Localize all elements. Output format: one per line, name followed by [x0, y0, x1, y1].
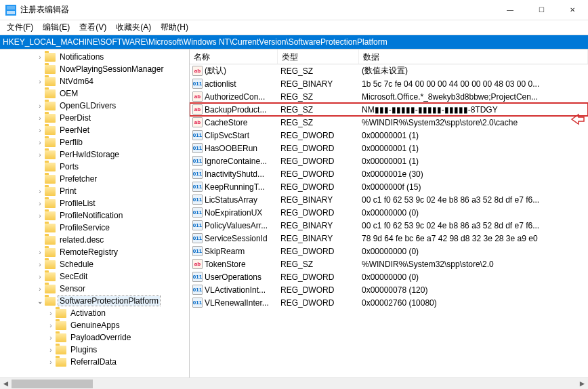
value-name: ServiceSessionId	[205, 234, 268, 243]
scroll-track[interactable]	[12, 378, 576, 389]
chevron-right-icon[interactable]: ›	[35, 102, 45, 110]
tree-item[interactable]: ›Notifications	[0, 51, 189, 63]
value-type: REG_SZ	[278, 104, 359, 115]
chevron-right-icon[interactable]: ›	[46, 322, 56, 329]
tree-item[interactable]: ›Activation	[0, 307, 189, 319]
close-button[interactable]: ✕	[557, 0, 588, 20]
menu-edit[interactable]: 编辑(E)	[39, 20, 74, 35]
binary-value-icon: 011	[192, 130, 203, 140]
tree-item[interactable]: ›ProfileNotification	[0, 209, 189, 222]
folder-icon	[45, 236, 56, 245]
tree-item[interactable]: ⌄SoftwareProtectionPlatform	[0, 295, 189, 307]
chevron-right-icon[interactable]: ›	[35, 78, 45, 85]
maximize-button[interactable]: ☐	[526, 0, 557, 20]
value-data: 0x00002760 (10080)	[359, 298, 588, 308]
col-header-data[interactable]: 数据	[359, 49, 588, 64]
tree-item[interactable]: ›Plugins	[0, 344, 189, 356]
tree-item[interactable]: ›Perflib	[0, 136, 189, 148]
tree-item[interactable]: ›ProfileList	[0, 197, 189, 209]
tree-item[interactable]: ›NtVdm64	[0, 75, 189, 87]
tree-item[interactable]: ›PeerDist	[0, 112, 189, 124]
value-name: PolicyValuesArr...	[205, 221, 268, 230]
minimize-button[interactable]: —	[495, 0, 526, 20]
tree-pane[interactable]: ›NotificationsNowPlayingSessionManager›N…	[0, 49, 190, 377]
menu-file[interactable]: 文件(F)	[3, 20, 37, 35]
value-data: 00 c1 f0 62 53 9c 02 4e b8 86 a3 52 8d d…	[359, 194, 588, 205]
list-row[interactable]: 011InactivityShutd...REG_DWORD0x0000001e…	[190, 167, 588, 180]
tree-item[interactable]: ›ReferralData	[0, 356, 189, 368]
list-pane[interactable]: 名称 类型 数据 ab(默认)REG_SZ(数值未设置)011actionlis…	[190, 49, 588, 377]
tree-item[interactable]: ›PerHwIdStorage	[0, 148, 189, 161]
tree-item[interactable]: ›SecEdit	[0, 270, 189, 283]
chevron-right-icon[interactable]: ›	[35, 285, 45, 293]
tree-item[interactable]: NowPlayingSessionManager	[0, 63, 189, 75]
list-row[interactable]: abCacheStoreREG_SZ%WINDIR%\System32\spp\…	[190, 116, 588, 129]
value-name: (默认)	[205, 65, 226, 77]
tree-item[interactable]: related.desc	[0, 234, 189, 246]
chevron-right-icon[interactable]: ›	[35, 188, 45, 195]
list-row[interactable]: abAuthorizedCon...REG_SZMicrosoft.Office…	[190, 90, 588, 103]
scroll-thumb[interactable]	[12, 380, 93, 388]
chevron-right-icon[interactable]: ›	[35, 151, 45, 159]
window-controls: — ☐ ✕	[495, 0, 588, 20]
scroll-right-button[interactable]: ►	[576, 378, 588, 389]
value-data: 0x00000000 (0)	[359, 246, 588, 257]
list-row[interactable]: 011LicStatusArrayREG_BINARY00 c1 f0 62 5…	[190, 193, 588, 206]
list-row[interactable]: 011UserOperationsREG_DWORD0x00000000 (0)	[190, 270, 588, 283]
chevron-right-icon[interactable]: ›	[35, 200, 45, 207]
menu-favorites[interactable]: 收藏夹(A)	[112, 20, 155, 35]
tree-item[interactable]: ›RemoteRegistry	[0, 246, 189, 258]
chevron-right-icon[interactable]: ›	[46, 346, 56, 354]
list-row[interactable]: abTokenStoreREG_SZ%WINDIR%\System32\spp\…	[190, 258, 588, 270]
chevron-right-icon[interactable]: ›	[46, 310, 56, 317]
chevron-right-icon[interactable]: ›	[35, 273, 45, 281]
chevron-right-icon[interactable]: ›	[35, 212, 45, 220]
list-row[interactable]: abBackupProduct...REG_SZNM▮▮▮-▮▮▮▮▮-▮▮▮▮…	[190, 103, 588, 116]
list-row[interactable]: 011VLRenewalInter...REG_DWORD0x00002760 …	[190, 296, 588, 309]
chevron-right-icon[interactable]: ›	[35, 261, 45, 268]
list-row[interactable]: 011KeepRunningT...REG_DWORD0x0000000f (1…	[190, 180, 588, 193]
folder-icon	[45, 163, 56, 171]
menu-help[interactable]: 帮助(H)	[156, 20, 192, 35]
list-row[interactable]: ab(默认)REG_SZ(数值未设置)	[190, 64, 588, 77]
tree-item[interactable]: ›PayloadOverride	[0, 331, 189, 344]
horizontal-scrollbar[interactable]: ◄ ►	[0, 377, 588, 389]
chevron-right-icon[interactable]: ›	[35, 139, 45, 146]
binary-value-icon: 011	[192, 182, 203, 192]
address-bar[interactable]: HKEY_LOCAL_MACHINE\SOFTWARE\Microsoft\Wi…	[0, 35, 588, 49]
col-header-type[interactable]: 类型	[278, 49, 359, 64]
tree-item[interactable]: ProfileService	[0, 222, 189, 234]
tree-item[interactable]: ›Schedule	[0, 258, 189, 270]
chevron-down-icon[interactable]: ⌄	[35, 298, 45, 305]
col-header-name[interactable]: 名称	[190, 49, 278, 64]
list-row[interactable]: 011IgnoreContaine...REG_DWORD0x00000001 …	[190, 155, 588, 167]
tree-item-label: PerHwIdStorage	[58, 150, 121, 159]
string-value-icon: ab	[192, 117, 203, 127]
list-row[interactable]: 011NoExpirationUXREG_DWORD0x00000000 (0)	[190, 206, 588, 219]
tree-item[interactable]: Prefetcher	[0, 173, 189, 185]
chevron-right-icon[interactable]: ›	[35, 54, 45, 61]
chevron-right-icon[interactable]: ›	[35, 115, 45, 122]
tree-item[interactable]: ›OpenGLDrivers	[0, 100, 189, 112]
tree-item[interactable]: ›Sensor	[0, 283, 189, 295]
tree-item[interactable]: ›Print	[0, 185, 189, 197]
tree-item[interactable]: Ports	[0, 161, 189, 173]
menu-view[interactable]: 查看(V)	[75, 20, 110, 35]
list-row[interactable]: 011actionlistREG_BINARY1b 5c 7c fe 04 00…	[190, 77, 588, 90]
chevron-right-icon[interactable]: ›	[46, 359, 56, 366]
tree-item[interactable]: ›PeerNet	[0, 124, 189, 136]
tree-item[interactable]: OEM	[0, 87, 189, 100]
value-type: REG_DWORD	[278, 272, 359, 283]
list-row[interactable]: 011PolicyValuesArr...REG_BINARY00 c1 f0 …	[190, 219, 588, 232]
scroll-left-button[interactable]: ◄	[0, 378, 12, 389]
list-row[interactable]: 011SkipRearmREG_DWORD0x00000000 (0)	[190, 245, 588, 258]
list-row[interactable]: 011ServiceSessionIdREG_BINARY78 9d 64 fe…	[190, 232, 588, 245]
tree-item[interactable]: ›GenuineApps	[0, 319, 189, 331]
chevron-right-icon[interactable]: ›	[35, 127, 45, 134]
value-type: REG_DWORD	[278, 169, 359, 180]
list-row[interactable]: 011VLActivationInt...REG_DWORD0x00000078…	[190, 283, 588, 296]
list-row[interactable]: 011ClipSvcStartREG_DWORD0x00000001 (1)	[190, 129, 588, 142]
chevron-right-icon[interactable]: ›	[46, 334, 56, 342]
chevron-right-icon[interactable]: ›	[35, 249, 45, 256]
list-row[interactable]: 011HasOOBERunREG_DWORD0x00000001 (1)	[190, 142, 588, 155]
